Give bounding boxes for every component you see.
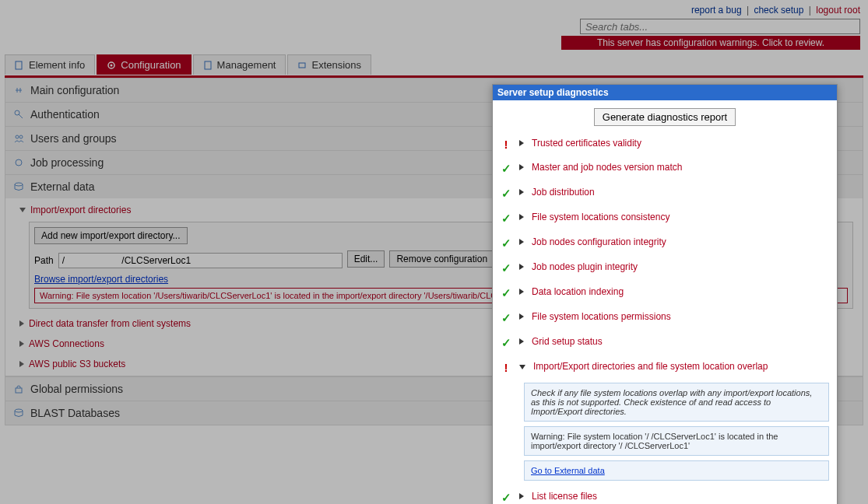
diag-item[interactable]: ✓File system locations consistency	[501, 206, 829, 231]
diag-label: Job nodes configuration integrity	[532, 236, 666, 247]
modal-title: Server setup diagnostics	[493, 85, 837, 100]
svg-rect-0	[16, 61, 22, 69]
chevron-right-icon	[519, 140, 524, 146]
logout-link[interactable]: logout root	[816, 5, 860, 16]
diag-label: Trusted certificates validity	[532, 138, 641, 149]
chevron-right-icon	[19, 341, 24, 347]
diag-item[interactable]: ✓File system locations permissions	[501, 306, 829, 331]
svg-point-7	[19, 135, 23, 138]
diag-item[interactable]: ✓Grid setup status	[501, 331, 829, 355]
check-icon: ✓	[501, 236, 511, 250]
modal-body: Generate diagnostics report !Trusted cer…	[493, 100, 837, 504]
tab-management[interactable]: Management	[193, 54, 286, 75]
database-icon	[13, 408, 24, 418]
chevron-right-icon	[519, 264, 524, 270]
section-label: BLAST Databases	[30, 407, 120, 419]
diagnostics-list: !Trusted certificates validity✓Master an…	[501, 132, 829, 504]
document-icon	[15, 61, 24, 70]
detail-description: Check if any file system locations overl…	[524, 383, 829, 422]
svg-rect-3	[205, 61, 211, 69]
generate-report-button[interactable]: Generate diagnostics report	[594, 108, 736, 126]
diag-item[interactable]: !Trusted certificates validity	[501, 132, 829, 156]
svg-point-11	[15, 409, 23, 412]
diag-item[interactable]: ✓List license files	[501, 485, 829, 504]
tab-configuration[interactable]: Configuration	[97, 54, 191, 75]
edit-button[interactable]: Edit...	[347, 250, 385, 268]
main-tabs: Element info Configuration Management Ex…	[5, 54, 863, 75]
diag-label: Grid setup status	[532, 336, 603, 347]
diag-item[interactable]: !Import/Export directories and file syst…	[501, 355, 829, 380]
svg-point-9	[15, 183, 23, 186]
clipboard-icon	[203, 61, 213, 70]
tree-label: AWS Connections	[29, 338, 104, 349]
diag-item[interactable]: ✓Master and job nodes version match	[501, 156, 829, 181]
config-warning-banner[interactable]: This server has configuration warnings. …	[561, 36, 860, 50]
diag-item[interactable]: ✓Job nodes configuration integrity	[501, 231, 829, 256]
check-icon: ✓	[501, 187, 511, 201]
chevron-right-icon	[519, 239, 524, 245]
check-setup-link[interactable]: check setup	[754, 5, 803, 16]
svg-rect-4	[299, 63, 305, 68]
diag-label: File system locations permissions	[532, 311, 671, 322]
tree-label: Import/export directories	[30, 205, 131, 215]
diag-label: File system locations consistency	[532, 212, 669, 222]
lock-icon	[13, 383, 24, 394]
diag-item[interactable]: ✓Job nodes plugin integrity	[501, 256, 829, 281]
key-icon	[13, 109, 24, 120]
svg-point-2	[111, 64, 113, 66]
tab-label: Management	[217, 59, 276, 71]
chevron-down-icon	[19, 208, 26, 212]
cog-icon	[13, 157, 24, 168]
chevron-right-icon	[519, 338, 524, 345]
tab-label: Configuration	[121, 59, 181, 71]
chevron-right-icon	[519, 164, 524, 170]
add-directory-button[interactable]: Add new import/export directory...	[34, 227, 188, 244]
section-label: Main configuration	[30, 84, 119, 96]
database-icon	[13, 181, 24, 192]
svg-rect-10	[16, 388, 22, 393]
link-icon	[13, 85, 24, 96]
detail-warning: Warning: File system location '/ /CLCSer…	[524, 426, 829, 456]
remove-config-button[interactable]: Remove configuration	[389, 250, 494, 268]
chevron-right-icon	[519, 189, 524, 195]
path-input[interactable]	[58, 253, 343, 268]
warning-icon: !	[501, 138, 511, 151]
diag-label: Data location indexing	[532, 286, 624, 297]
tab-element-info[interactable]: Element info	[5, 54, 95, 75]
gear-icon	[107, 61, 116, 70]
top-links: report a bug | check setup | logout root	[691, 5, 860, 16]
chevron-down-icon	[519, 365, 525, 369]
report-bug-link[interactable]: report a bug	[691, 5, 742, 16]
diag-item[interactable]: ✓Job distribution	[501, 181, 829, 206]
check-icon: ✓	[501, 336, 511, 350]
check-icon: ✓	[501, 286, 511, 300]
svg-point-6	[16, 135, 19, 138]
plugin-icon	[297, 61, 307, 70]
section-label: Users and groups	[30, 132, 117, 145]
section-label: Authentication	[30, 108, 100, 121]
chevron-right-icon	[519, 313, 524, 320]
tree-label: AWS public S3 buckets	[29, 359, 125, 369]
search-input[interactable]	[580, 19, 860, 34]
chevron-right-icon	[519, 493, 524, 499]
path-label: Path	[34, 255, 54, 266]
chevron-right-icon	[519, 214, 524, 220]
tab-label: Element info	[29, 59, 85, 71]
check-icon: ✓	[501, 261, 511, 275]
chevron-right-icon	[19, 361, 24, 367]
chevron-right-icon	[519, 289, 524, 295]
diag-item[interactable]: ✓Data location indexing	[501, 281, 829, 306]
diag-label: Job distribution	[532, 187, 595, 198]
section-label: Global permissions	[30, 383, 123, 395]
tree-label: Direct data transfer from client systems	[29, 318, 191, 329]
tab-extensions[interactable]: Extensions	[287, 54, 371, 75]
detail-link-box: Go to External data	[524, 460, 829, 481]
section-label: External data	[30, 180, 95, 193]
diag-label: Master and job nodes version match	[532, 162, 682, 173]
go-to-external-data-link[interactable]: Go to External data	[531, 466, 605, 475]
check-icon: ✓	[501, 162, 511, 176]
tab-label: Extensions	[311, 59, 361, 71]
check-icon: ✓	[501, 491, 511, 504]
warning-icon: !	[501, 361, 511, 374]
check-icon: ✓	[501, 212, 511, 226]
